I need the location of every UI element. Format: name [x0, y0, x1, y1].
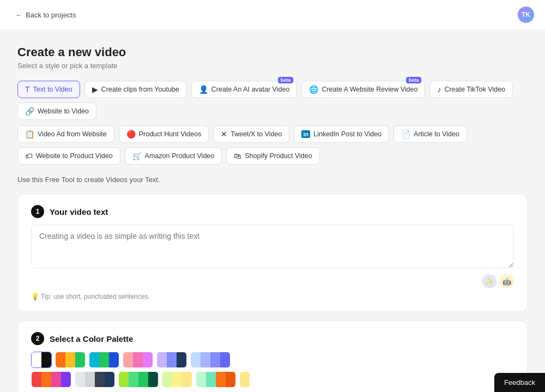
product-hunt-icon: 🔴 — [126, 130, 136, 138]
template-amazon[interactable]: 🛒 Amazon Product Video — [125, 147, 222, 165]
template-shopify[interactable]: 🛍 Shopify Product Video — [226, 147, 319, 165]
template-label: Website to Video — [38, 107, 89, 115]
color-swatch — [172, 372, 182, 388]
palette-row-2 — [31, 371, 514, 388]
palette-item[interactable] — [55, 352, 86, 368]
color-swatch — [32, 372, 41, 388]
amazon-icon: 🛒 — [132, 152, 142, 160]
template-label: Create An AI avatar Video — [211, 86, 290, 93]
feedback-button[interactable]: Feedback — [494, 373, 545, 392]
template-label: Article to Video — [414, 130, 459, 138]
color-swatch — [143, 352, 153, 368]
color-swatch — [210, 352, 220, 368]
template-article[interactable]: 📄 Article to Video — [393, 125, 467, 143]
palette-item[interactable] — [190, 352, 231, 368]
template-website-product[interactable]: 🏷 Website to Product Video — [17, 147, 120, 165]
palette-item[interactable] — [123, 352, 153, 368]
color-swatch — [167, 352, 177, 368]
palette-item[interactable] — [162, 371, 192, 388]
template-linkedin[interactable]: in LinkedIn Post to Video — [294, 125, 389, 143]
back-button[interactable]: ← Back to projects — [11, 9, 81, 21]
color-swatch — [109, 352, 119, 368]
color-swatch — [65, 352, 75, 368]
color-swatch — [226, 372, 235, 388]
palette-item[interactable] — [31, 352, 52, 368]
sparkle-icon[interactable]: ✨ — [482, 274, 496, 288]
template-label: Product Hunt Videos — [139, 130, 201, 138]
color-swatch — [157, 352, 167, 368]
video-text-input[interactable] — [31, 225, 514, 268]
ai-assist-icon[interactable]: 🤖 — [500, 274, 514, 288]
palette-item[interactable] — [239, 371, 250, 388]
globe-icon: 🌐 — [309, 85, 318, 94]
link-icon: 🔗 — [25, 107, 34, 116]
template-website-to-video[interactable]: 🔗 Website to Video — [17, 102, 96, 120]
palette-item[interactable] — [196, 371, 236, 388]
ad-icon: 📋 — [25, 130, 34, 138]
template-label: Amazon Product Video — [145, 152, 215, 160]
avatar-initials: TK — [522, 11, 530, 19]
template-clips-youtube[interactable]: ▶ Create clips from Youtube — [84, 81, 187, 98]
avatar-icon: 👤 — [199, 85, 208, 94]
palette-item[interactable] — [156, 352, 187, 368]
textarea-footer: ✨ 🤖 — [31, 274, 514, 288]
template-product-hunt[interactable]: 🔴 Product Hunt Videos — [119, 125, 209, 143]
section-header-2: 2 Select a Color Palette — [31, 332, 514, 345]
section-title-2: Select a Color Palette — [50, 334, 133, 343]
template-video-ad[interactable]: 📋 Video Ad from Website — [17, 125, 114, 143]
color-swatch — [89, 352, 99, 368]
color-swatch — [162, 372, 172, 388]
template-tweet[interactable]: ✕ Tweet/X to Video — [213, 125, 289, 143]
palette-item[interactable] — [89, 352, 119, 368]
color-swatch — [148, 372, 158, 388]
section-header-1: 1 Your video text — [31, 205, 514, 218]
template-label: Website to Product Video — [36, 152, 113, 160]
template-text-to-video[interactable]: T Text to Video — [17, 81, 80, 98]
color-swatch — [129, 372, 138, 388]
beta-badge: beta — [406, 77, 422, 83]
template-label: Shopify Product Video — [245, 152, 312, 160]
palette-item[interactable] — [118, 371, 159, 388]
shopify-icon: 🛍 — [234, 152, 241, 160]
palette-item[interactable] — [75, 371, 115, 388]
article-icon: 📄 — [401, 130, 410, 138]
template-row-1: T Text to Video ▶ Create clips from Yout… — [17, 81, 528, 120]
feedback-label: Feedback — [504, 378, 535, 387]
ai-icon-group: ✨ 🤖 — [482, 274, 514, 288]
color-swatch — [51, 372, 61, 388]
back-arrow-icon: ← — [15, 11, 22, 19]
color-swatch — [182, 372, 192, 388]
template-label: Text to Video — [33, 86, 72, 93]
color-swatch — [99, 352, 109, 368]
youtube-icon: ▶ — [92, 85, 98, 94]
template-label: Tweet/X to Video — [231, 130, 282, 138]
music-icon: ♪ — [437, 85, 441, 94]
color-swatch — [41, 372, 51, 388]
color-swatch — [85, 372, 95, 388]
color-swatch — [41, 352, 51, 368]
color-swatch — [206, 372, 216, 388]
page-title: Create a new video — [17, 45, 528, 59]
color-swatch — [75, 352, 85, 368]
text-icon: T — [25, 85, 30, 94]
section-color-palette: 2 Select a Color Palette — [17, 321, 528, 392]
template-website-review[interactable]: beta 🌐 Create A Website Review Video — [301, 81, 425, 98]
color-swatch — [191, 352, 201, 368]
color-swatch — [138, 372, 148, 388]
page-subtitle: Select a style or pick a template — [17, 62, 528, 70]
color-swatch — [75, 372, 85, 388]
palette-item[interactable] — [31, 371, 71, 388]
template-label: Video Ad from Website — [38, 130, 107, 138]
avatar[interactable]: TK — [518, 7, 534, 23]
color-swatch — [216, 372, 226, 388]
section-title-1: Your video text — [50, 207, 108, 216]
template-ai-avatar[interactable]: beta 👤 Create An AI avatar Video — [191, 81, 298, 98]
color-swatch — [95, 372, 105, 388]
template-label: Create TikTok Video — [444, 86, 505, 93]
template-row-2: 📋 Video Ad from Website 🔴 Product Hunt V… — [17, 125, 528, 165]
template-label: Create A Website Review Video — [322, 86, 417, 93]
color-swatch — [56, 352, 65, 368]
color-swatch — [61, 372, 71, 388]
section-number-2: 2 — [31, 332, 44, 345]
template-tiktok[interactable]: ♪ Create TikTok Video — [429, 81, 513, 98]
